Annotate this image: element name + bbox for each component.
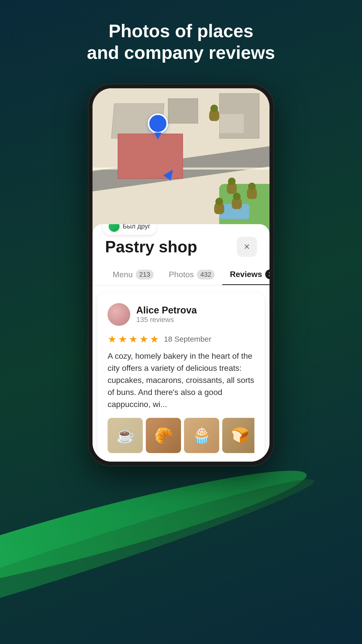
- reviewer-avatar: [108, 303, 130, 326]
- map-tree: [232, 196, 242, 209]
- review-text: A cozy, homely bakery in the heart of th…: [108, 350, 254, 410]
- phone-mockup: Был друг Pastry shop × Menu 213 Photos 4…: [88, 84, 274, 466]
- review-photo-1[interactable]: [108, 418, 143, 453]
- star-5: ★: [150, 333, 159, 345]
- page-title: Photos of places and company reviews: [87, 20, 275, 64]
- star-1: ★: [108, 333, 117, 345]
- tabs-row: Menu 213 Photos 432 Reviews 3 In: [93, 257, 269, 286]
- tab-photos[interactable]: Photos 432: [161, 264, 222, 285]
- pin-tail: [154, 133, 161, 140]
- phone-screen: Был друг Pastry shop × Menu 213 Photos 4…: [93, 88, 269, 462]
- map-tree: [209, 108, 219, 121]
- place-panel: Был друг Pastry shop × Menu 213 Photos 4…: [93, 224, 269, 462]
- map-tree: [214, 202, 224, 214]
- phone-frame: Был друг Pastry shop × Menu 213 Photos 4…: [88, 84, 274, 466]
- map-building: [219, 113, 244, 134]
- tab-reviews[interactable]: Reviews 3: [222, 264, 269, 285]
- friend-badge: Был друг: [103, 224, 156, 235]
- star-2: ★: [118, 333, 127, 345]
- place-title: Pastry shop: [105, 237, 197, 256]
- map-building: [168, 98, 198, 124]
- star-4: ★: [139, 333, 148, 345]
- reviewer-header: Alice Petrova 135 reviews: [108, 303, 254, 326]
- reviewer-avatar-img: [108, 303, 130, 326]
- review-photos: [108, 418, 254, 453]
- tab-menu[interactable]: Menu 213: [105, 264, 161, 285]
- review-photo-3[interactable]: [184, 418, 219, 453]
- star-rating: ★ ★ ★ ★ ★: [108, 333, 159, 345]
- location-pin[interactable]: [148, 113, 168, 140]
- map-tree: [227, 181, 237, 194]
- pin-circle: [148, 113, 168, 134]
- close-button[interactable]: ×: [237, 237, 257, 257]
- map-tree: [247, 186, 257, 199]
- rating-row: ★ ★ ★ ★ ★ 18 September: [108, 333, 254, 345]
- review-card: Alice Petrova 135 reviews ★ ★ ★ ★ ★ 18 S…: [98, 293, 264, 462]
- review-photo-2[interactable]: [146, 418, 181, 453]
- friend-avatar: [109, 224, 120, 232]
- friend-name-label: Был друг: [123, 224, 150, 230]
- reviewer-count: 135 reviews: [136, 316, 197, 324]
- reviewer-info: Alice Petrova 135 reviews: [136, 305, 197, 324]
- review-photo-4[interactable]: [222, 418, 254, 453]
- star-3: ★: [129, 333, 138, 345]
- review-date: 18 September: [164, 335, 211, 343]
- review-actions: 👍 Useful 28 💬 0: [108, 461, 254, 462]
- map-view[interactable]: [93, 88, 269, 234]
- reviewer-name: Alice Petrova: [136, 305, 197, 316]
